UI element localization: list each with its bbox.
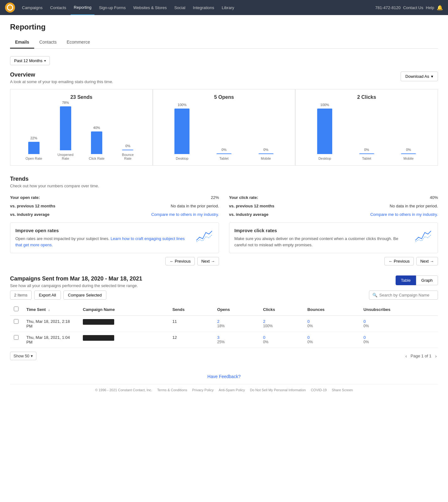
- row2-opens-pct: 25%: [217, 340, 255, 344]
- row1-bounces-pct: 0%: [307, 324, 356, 328]
- click-rate-prev-label: vs. previous 12 months: [229, 204, 275, 208]
- tip-prev-btn-left[interactable]: ← Previous: [165, 257, 195, 265]
- chart-bar-bounce-rate: 0% Bounce Rate: [118, 144, 137, 160]
- next-page-button[interactable]: ›: [434, 352, 438, 360]
- row1-clicks-count[interactable]: 2: [263, 319, 300, 324]
- chart-bar-desktop-clicks: 100% Desktop: [317, 103, 332, 160]
- bar-bottom-desktop-clicks: Desktop: [318, 157, 331, 160]
- nav-item-reporting[interactable]: Reporting: [71, 0, 94, 15]
- bar-tablet-clicks: [359, 153, 374, 154]
- nav-item-websites-stores[interactable]: Websites & Stores: [130, 0, 170, 15]
- nav-item-integrations[interactable]: Integrations: [190, 0, 217, 15]
- nav-help[interactable]: Help: [426, 5, 434, 10]
- tab-contacts[interactable]: Contacts: [34, 36, 61, 49]
- col-header-time-sent[interactable]: Time Sent ↓: [23, 303, 79, 316]
- chart-opens-area: 100% Desktop 0% Tablet 0% Mobile: [158, 104, 290, 160]
- tip-title-click-rates: Improve click rates: [234, 228, 410, 233]
- tab-emails[interactable]: Emails: [10, 36, 34, 49]
- export-all-button[interactable]: Export All: [34, 291, 61, 300]
- col-header-opens: Opens: [213, 303, 259, 316]
- download-as-button[interactable]: Download As ▾: [401, 72, 438, 81]
- row2-bounces-count[interactable]: 0: [307, 335, 356, 340]
- row2-bounces: 0 0%: [304, 332, 360, 348]
- nav-right: 781-472-8120 Contact Us Help 🔔: [375, 5, 443, 11]
- footer-link-terms[interactable]: Terms & Conditions: [157, 388, 187, 392]
- footer-link-antispam[interactable]: Anti-Spam Policy: [219, 388, 245, 392]
- nav-item-library[interactable]: Library: [219, 0, 237, 15]
- show-per-page-select[interactable]: Show 50 ▾: [10, 352, 36, 360]
- col-time-sent-label: Time Sent: [26, 307, 46, 312]
- open-rate-row: Your open rate: 22%: [10, 193, 219, 202]
- tip-icon-open-rates: [195, 228, 214, 243]
- campaigns-desc: See how all your campaigns performed dur…: [10, 283, 142, 288]
- pagination: Show 50 ▾ ‹ Page 1 of 1 ›: [10, 352, 438, 360]
- col-header-unsubscribes: Unsubscribes: [360, 303, 438, 316]
- open-rate-industry-label: vs. industry average: [10, 212, 50, 217]
- chart-bar-click-rate: 40% Click Rate: [89, 126, 104, 160]
- bar-label-22pct: 22%: [30, 136, 37, 140]
- open-rate-industry-link[interactable]: Compare me to others in my industry.: [151, 212, 219, 217]
- nav-item-signup-forms[interactable]: Sign-up Forms: [96, 0, 129, 15]
- click-rate-industry-link[interactable]: Compare me to others in my industry.: [370, 212, 438, 217]
- click-rate-prev-row: vs. previous 12 months No data in the pr…: [229, 202, 438, 210]
- bar-bottom-click-rate: Click Rate: [89, 157, 104, 160]
- chart-bar-mobile-clicks: 0% Mobile: [401, 148, 416, 160]
- main-content: Reporting Emails Contacts Ecommerce Past…: [0, 15, 448, 502]
- bar-open-rate: [28, 142, 40, 154]
- overview-title: Overview: [10, 72, 113, 78]
- row2-checkbox[interactable]: [14, 335, 19, 340]
- click-rate-row: Your click rate: 40%: [229, 193, 438, 202]
- col-header-clicks: Clicks: [259, 303, 303, 316]
- row1-checkbox[interactable]: [14, 319, 19, 324]
- campaigns-header: Campaigns Sent from Mar 18, 2020 - Mar 1…: [10, 275, 438, 288]
- footer-link-share-screen[interactable]: Share Screen: [332, 388, 353, 392]
- tip-prev-btn-right[interactable]: ← Previous: [384, 257, 413, 265]
- nav-item-contacts[interactable]: Contacts: [47, 0, 69, 15]
- row1-opens-count[interactable]: 2: [217, 319, 255, 324]
- footer: © 1996 - 2021 Constant Contact, Inc. Ter…: [10, 384, 438, 396]
- tab-ecommerce[interactable]: Ecommerce: [61, 36, 95, 49]
- chart-bar-open-rate: 22% Open Rate: [25, 136, 42, 160]
- tip-next-btn-right[interactable]: Next →: [416, 257, 438, 265]
- campaigns-title-group: Campaigns Sent from Mar 18, 2020 - Mar 1…: [10, 275, 142, 288]
- row1-clicks: 2 100%: [259, 316, 303, 332]
- nav-item-social[interactable]: Social: [171, 0, 188, 15]
- footer-link-privacy[interactable]: Privacy Policy: [192, 388, 213, 392]
- sort-icon: ↓: [48, 308, 50, 312]
- footer-link-do-not-sell[interactable]: Do Not Sell My Personal Information: [250, 388, 306, 392]
- row1-unsubs-count[interactable]: 0: [364, 319, 434, 324]
- row2-unsubs-count[interactable]: 0: [364, 335, 434, 340]
- nav-bell-icon[interactable]: 🔔: [437, 5, 443, 11]
- logo[interactable]: [5, 3, 15, 13]
- col-header-bounces: Bounces: [304, 303, 360, 316]
- chevron-down-icon: ▾: [44, 59, 46, 62]
- select-all-checkbox[interactable]: [14, 307, 19, 311]
- open-rate-value: 22%: [211, 195, 219, 200]
- row2-clicks-pct: 0%: [263, 340, 300, 344]
- compare-selected-button[interactable]: Compare Selected: [63, 291, 107, 300]
- tip-card-click-rates: Improve click rates Make sure you always…: [229, 222, 438, 253]
- row2-clicks-count[interactable]: 0: [263, 335, 300, 340]
- download-as-label: Download As: [405, 74, 429, 79]
- row2-opens-count[interactable]: 3: [217, 335, 255, 340]
- search-input[interactable]: [379, 293, 435, 297]
- chevron-down-icon: ▾: [431, 74, 433, 79]
- bar-label-78pct: 78%: [62, 101, 69, 104]
- date-filter-button[interactable]: Past 12 Months ▾: [10, 56, 50, 65]
- bar-bottom-mobile-opens: Mobile: [261, 157, 271, 160]
- nav-contact-us[interactable]: Contact Us: [403, 5, 423, 10]
- prev-page-button[interactable]: ‹: [404, 352, 408, 360]
- page-info: ‹ Page 1 of 1 ›: [404, 352, 438, 360]
- view-table-button[interactable]: Table: [396, 275, 416, 285]
- filter-row: Past 12 Months ▾: [10, 56, 438, 65]
- tip-next-btn-left[interactable]: Next →: [197, 257, 219, 265]
- table-header-row: Time Sent ↓ Campaign Name Sends Opens Cl…: [10, 303, 438, 316]
- tip-icon-click-rates: [414, 228, 433, 243]
- row1-campaign-name: [79, 316, 168, 332]
- view-graph-button[interactable]: Graph: [416, 275, 438, 285]
- nav-item-campaigns[interactable]: Campaigns: [19, 0, 46, 15]
- row1-bounces-count[interactable]: 0: [307, 319, 356, 324]
- footer-link-covid[interactable]: COVID-19: [311, 388, 327, 392]
- feedback-link[interactable]: Have Feedback?: [207, 374, 241, 379]
- row1-checkbox-cell: [10, 316, 23, 332]
